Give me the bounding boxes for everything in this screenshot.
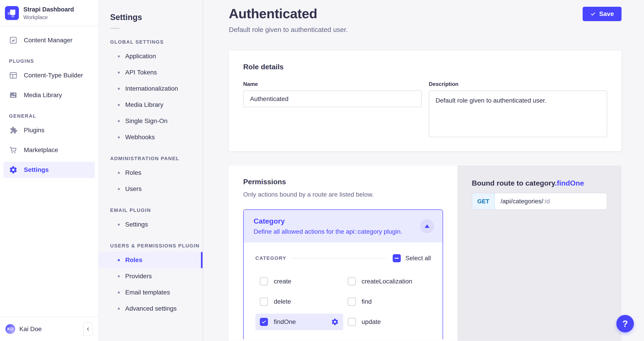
bullet-dot [118,55,120,57]
subnav-item-label: Webhooks [125,134,155,141]
subnav-item-up-roles[interactable]: Roles [99,252,202,268]
bullet-dot [118,172,120,174]
accordion-description: Define all allowed actions for the api::… [254,228,433,235]
subnav-item-label: Advanced settings [125,305,177,312]
settings-icon [9,166,18,174]
nav-item-content-manager[interactable]: Content Manager [4,32,95,48]
nav-section-plugins: PLUGINS [9,58,95,64]
nav-item-label: Content-Type Builder [24,72,83,79]
name-input[interactable] [243,90,422,107]
create-checkbox[interactable] [260,277,268,285]
role-details-card: Role details Name Description Default ro… [229,51,622,151]
nav-section-general: GENERAL [9,113,95,119]
nav-item-plugins[interactable]: Plugins [4,122,95,138]
category-accordion-body: CATEGORY Select all [244,242,442,339]
collapse-accordion-button[interactable] [420,219,434,233]
main-nav: Strapi Dashboard Workplace Content Manag… [0,0,99,341]
bullet-dot [118,188,120,190]
permissions-subtitle: Only actions bound by a route are listed… [243,191,443,198]
checkbox-label: delete [274,298,291,305]
subnav-item-internationalization[interactable]: Internationalization [99,81,202,97]
permission-findone: findOne [255,313,343,330]
find-checkbox[interactable] [348,297,356,306]
bullet-dot [118,275,120,277]
findone-settings-button[interactable] [331,318,339,326]
page-subtitle: Default role given to authenticated user… [229,26,348,34]
subnav-item-label: Providers [125,273,152,280]
settings-subnav: Settings GLOBAL SETTINGS Application API… [99,0,203,341]
collapse-sidebar-button[interactable] [83,322,93,336]
question-mark-icon: ? [622,319,628,329]
description-textarea[interactable]: Default role given to authenticated user… [429,90,607,137]
route-path-base: /api/categories/ [500,198,543,205]
subnav-item-label: Roles [125,169,142,176]
subnav-item-media-library[interactable]: Media Library [99,97,202,113]
permissions-grid: create createLocalization delete [255,273,431,330]
nav-item-content-type-builder[interactable]: Content-Type Builder [4,67,95,84]
gear-icon [331,318,339,326]
save-button[interactable]: Save [583,7,622,21]
nav-item-settings[interactable]: Settings [4,162,95,178]
plugins-icon [9,126,18,135]
bound-route-title-action: .findOne [555,179,584,187]
update-checkbox[interactable] [348,318,356,326]
checkbox-label: createLocalization [362,278,412,285]
checkbox-label: find [362,298,372,305]
page-title: Authenticated [229,6,348,21]
subnav-item-label: Media Library [125,101,164,108]
subnav-section-email-plugin: EMAIL PLUGIN Settings [99,207,202,233]
subnav-item-admin-roles[interactable]: Roles [99,165,202,181]
subnav-item-single-sign-on[interactable]: Single Sign-On [99,113,202,129]
subnav-item-providers[interactable]: Providers [99,268,202,284]
name-label: Name [243,81,422,87]
chevron-up-icon [424,224,430,228]
main-content: Authenticated Default role given to auth… [203,0,644,341]
help-button[interactable]: ? [616,315,634,332]
subnav-item-api-tokens[interactable]: API Tokens [99,64,202,81]
subnav-item-application[interactable]: Application [99,48,202,64]
category-group-label: CATEGORY [255,255,286,261]
permission-find: find [343,293,431,310]
findone-checkbox[interactable] [260,318,268,326]
nav-item-media-library[interactable]: Media Library [4,87,95,103]
permission-update: update [343,313,431,330]
subnav-item-email-settings[interactable]: Settings [99,216,202,233]
nav-item-marketplace[interactable]: Marketplace [4,142,95,158]
divider [293,258,386,258]
bullet-dot [118,120,120,122]
description-label: Description [429,81,607,87]
main-nav-list: Content Manager PLUGINS Content-Type Bui… [0,26,98,317]
avatar[interactable]: KD [6,324,15,334]
nav-footer: KD Kai Doe [0,317,98,341]
content-type-builder-icon [9,71,18,80]
bullet-dot [118,104,120,106]
category-accordion-header[interactable]: Category Define all allowed actions for … [244,210,442,242]
subnav-item-webhooks[interactable]: Webhooks [99,129,202,145]
subnav-item-advanced-settings[interactable]: Advanced settings [99,300,202,317]
subnav-section-label: GLOBAL SETTINGS [99,39,202,45]
permission-delete: delete [255,293,343,310]
subnav-item-label: Settings [125,221,148,228]
select-all-checkbox[interactable] [393,254,401,262]
subnav-item-label: Single Sign-On [125,117,168,125]
user-name: Kai Doe [19,325,79,333]
route-path-param: :id [543,198,550,205]
page-header: Authenticated Default role given to auth… [229,6,622,34]
subnav-item-label: Roles [125,256,142,264]
subnav-title: Settings [99,13,202,22]
marketplace-icon [9,146,18,154]
permissions-card: Permissions Only actions bound by a rout… [229,166,458,341]
subnav-item-label: Application [125,53,156,60]
subnav-item-admin-users[interactable]: Users [99,181,202,197]
subnav-section-label: EMAIL PLUGIN [99,207,202,213]
checkbox-label: findOne [274,318,296,325]
createlocalization-checkbox[interactable] [348,277,356,285]
subnav-section-users-permissions-plugin: USERS & PERMISSIONS PLUGIN Roles Provide… [99,243,202,317]
route-display: GET /api/categories/:id [472,193,607,210]
subnav-item-email-templates[interactable]: Email templates [99,284,202,300]
subnav-section-global-settings: GLOBAL SETTINGS Application API Tokens I… [99,39,202,145]
delete-checkbox[interactable] [260,297,268,306]
category-group-row: CATEGORY Select all [255,254,431,262]
bullet-dot [118,259,120,261]
accordion-title: Category [254,217,433,225]
